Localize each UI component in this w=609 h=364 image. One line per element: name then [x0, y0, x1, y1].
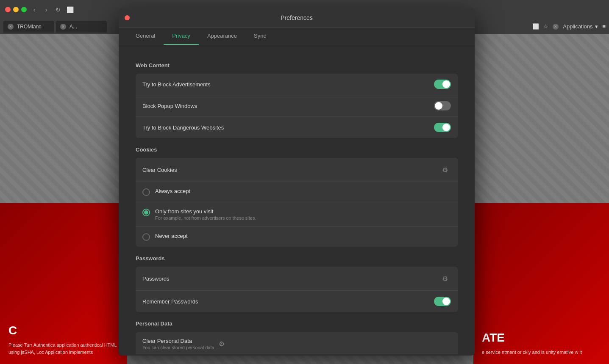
personal-data-header: Personal Data — [136, 320, 458, 327]
tab-general[interactable]: General — [127, 28, 164, 45]
tab-sync[interactable]: Sync — [245, 28, 275, 45]
block-ads-row: Try to Block Advertisements — [136, 74, 458, 95]
dialog-traffic-lights — [125, 15, 130, 20]
radio-visited-label: Only from sites you visit — [155, 208, 256, 215]
banner-left-text: Please Turr Authentica application authe… — [8, 342, 119, 356]
clear-personal-data-row[interactable]: Clear Personal Data You can clear stored… — [136, 332, 458, 354]
block-dangerous-knob — [442, 124, 450, 131]
radio-visited-label-group: Only from sites you visit For example, n… — [155, 208, 256, 221]
chevron-down-icon: ▾ — [595, 23, 598, 30]
banner-right-heading: ATE — [482, 331, 601, 345]
passwords-row[interactable]: Passwords ⚙ — [136, 267, 458, 291]
preferences-dialog: Preferences General Privacy Appearance S… — [119, 8, 475, 356]
block-dangerous-label: Try to Block Dangerous Websites — [142, 124, 434, 131]
block-ads-label: Try to Block Advertisements — [142, 81, 434, 88]
menu-icon[interactable]: ≡ — [602, 23, 606, 30]
radio-visited-inner — [144, 210, 148, 215]
tab-label-second: A... — [70, 24, 77, 30]
clear-personal-data-label: Clear Personal Data — [142, 338, 216, 344]
remember-passwords-label: Remember Passwords — [142, 298, 434, 305]
remember-passwords-knob — [442, 298, 450, 305]
clear-cookies-gear-icon[interactable]: ⚙ — [439, 164, 451, 176]
share-button[interactable]: ⬜ — [66, 6, 74, 14]
clear-cookies-label: Clear Cookies — [142, 167, 439, 173]
cookies-header: Cookies — [136, 146, 458, 153]
web-content-header: Web Content — [136, 62, 458, 69]
topbar-right: ⬜ ☆ ✕ Applications ▾ ≡ — [532, 23, 606, 30]
block-ads-knob — [442, 80, 450, 88]
banner-left-heading: C — [8, 324, 119, 337]
tab-close-apps[interactable]: ✕ — [553, 24, 559, 30]
minimize-button[interactable] — [13, 7, 19, 12]
block-ads-slider — [434, 80, 451, 89]
passwords-card: Passwords ⚙ Remember Passwords — [136, 267, 458, 312]
reload-button[interactable]: ↻ — [54, 6, 62, 14]
tab-second[interactable]: ✕ A... — [56, 21, 107, 33]
remember-passwords-row: Remember Passwords — [136, 291, 458, 312]
block-popup-label: Block Popup Windows — [142, 103, 434, 109]
tab-close-tromland[interactable]: ✕ — [8, 24, 14, 30]
radio-visited-sublabel: For example, not from advertisers on the… — [155, 215, 256, 221]
clear-personal-data-sublabel: You can clear stored personal data. — [142, 345, 216, 350]
back-button[interactable]: ‹ — [30, 6, 39, 14]
radio-always-label-group: Always accept — [155, 188, 190, 194]
cookies-card: Clear Cookies ⚙ Always accept Only from … — [136, 158, 458, 247]
radio-never-label-group: Never accept — [155, 233, 188, 239]
applications-tab[interactable]: Applications ▾ — [563, 23, 598, 30]
block-ads-toggle[interactable] — [434, 80, 451, 89]
traffic-lights — [5, 7, 27, 12]
clear-personal-data-label-group: Clear Personal Data You can clear stored… — [142, 338, 216, 350]
banner-right-text: e service ntment or ckly and is unity er… — [482, 349, 601, 356]
block-dangerous-toggle[interactable] — [434, 123, 451, 132]
bookmark-icon: ⬜ — [532, 23, 539, 30]
radio-never-circle[interactable] — [142, 233, 150, 241]
prefs-content: Web Content Try to Block Advertisements … — [119, 45, 475, 354]
web-content-card: Try to Block Advertisements Block Popup … — [136, 74, 458, 138]
remember-passwords-slider — [434, 297, 451, 306]
star-icon: ☆ — [543, 23, 548, 30]
tab-appearance[interactable]: Appearance — [199, 28, 245, 45]
prefs-tabs: General Privacy Appearance Sync — [119, 28, 475, 45]
radio-visited-row[interactable]: Only from sites you visit For example, n… — [136, 202, 458, 227]
tab-tromland[interactable]: ✕ TROMland — [3, 21, 54, 33]
close-button[interactable] — [5, 7, 11, 12]
passwords-gear-icon[interactable]: ⚙ — [439, 273, 451, 284]
red-banner-right: ATE e service ntment or ckly and is unit… — [473, 203, 609, 364]
clear-cookies-row[interactable]: Clear Cookies ⚙ — [136, 158, 458, 182]
tab-label-tromland: TROMland — [17, 24, 42, 30]
clear-personal-data-gear-icon[interactable]: ⚙ — [216, 338, 228, 350]
remember-passwords-toggle[interactable] — [434, 297, 451, 306]
radio-always-circle[interactable] — [142, 188, 150, 196]
block-popup-knob — [435, 102, 442, 110]
radio-never-row[interactable]: Never accept — [136, 227, 458, 247]
radio-always-row[interactable]: Always accept — [136, 182, 458, 202]
maximize-button[interactable] — [21, 7, 27, 12]
block-popup-slider — [434, 101, 451, 110]
passwords-label: Passwords — [142, 276, 439, 282]
dialog-close-button[interactable] — [125, 15, 130, 20]
personal-data-card: Clear Personal Data You can clear stored… — [136, 332, 458, 354]
radio-visited-circle[interactable] — [142, 209, 150, 216]
block-popup-toggle[interactable] — [434, 101, 451, 110]
dialog-titlebar: Preferences — [119, 8, 475, 28]
forward-button[interactable]: › — [42, 6, 50, 14]
block-popup-row: Block Popup Windows — [136, 95, 458, 117]
passwords-header: Passwords — [136, 255, 458, 262]
dialog-title: Preferences — [281, 14, 312, 21]
block-dangerous-slider — [434, 123, 451, 132]
radio-never-label: Never accept — [155, 233, 188, 239]
tab-privacy[interactable]: Privacy — [164, 28, 199, 45]
red-banner-left: C Please Turr Authentica application aut… — [0, 203, 127, 364]
applications-label: Applications — [563, 23, 592, 30]
tab-close-second[interactable]: ✕ — [60, 24, 66, 30]
radio-always-label: Always accept — [155, 188, 190, 194]
block-dangerous-row: Try to Block Dangerous Websites — [136, 117, 458, 138]
